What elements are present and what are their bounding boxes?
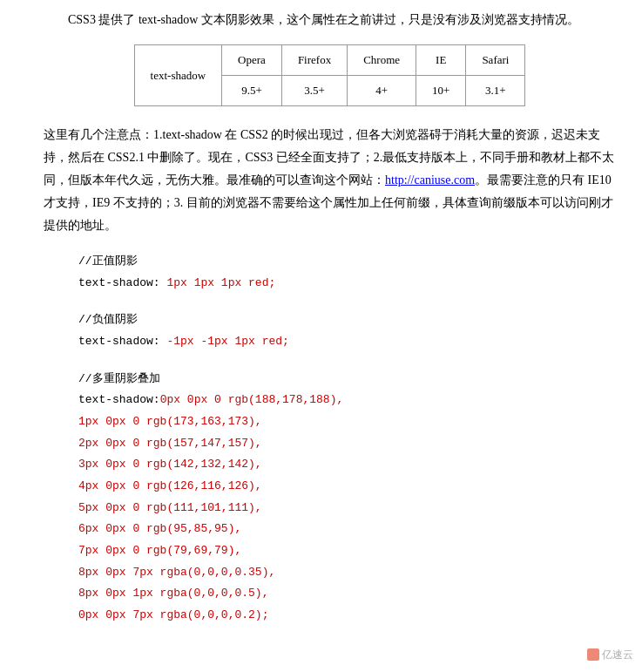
- code-section-positive: //正值阴影 text-shadow: 1px 1px 1px red;: [78, 251, 616, 294]
- watermark: 亿速云: [587, 646, 633, 663]
- code-value-positive: 1px 1px 1px red;: [166, 276, 275, 289]
- code-prop-positive: text-shadow:: [78, 276, 166, 289]
- body-paragraph: 这里有几个注意点：1.text-shadow 在 CSS2 的时候出现过，但各大…: [44, 124, 616, 236]
- code-section-negative: //负值阴影 text-shadow: -1px -1px 1px red;: [78, 309, 616, 352]
- code-multiple-line-7: 7px 0px 0 rgb(79,69,79),: [78, 540, 616, 562]
- browser-support-table: text-shadow Opera Firefox Chrome IE Safa…: [134, 44, 526, 106]
- code-multiple-line-5: 5px 0px 0 rgb(111,101,111),: [78, 498, 616, 519]
- brand-icon: [587, 648, 599, 661]
- firefox-header: Firefox: [281, 45, 347, 76]
- property-cell: text-shadow: [134, 45, 222, 106]
- chrome-header: Chrome: [348, 45, 416, 76]
- code-multiple-line-1: 1px 0px 0 rgb(173,163,173),: [78, 411, 616, 433]
- code-section-multiple: //多重阴影叠加 text-shadow:0px 0px 0 rgb(188,1…: [78, 369, 616, 627]
- ie-version: 10+: [416, 76, 466, 106]
- watermark-text: 亿速云: [602, 648, 633, 661]
- opera-version: 9.5+: [222, 76, 282, 106]
- code-multiple-line-2: 2px 0px 0 rgb(157,147,157),: [78, 433, 616, 455]
- firefox-version: 3.5+: [281, 76, 347, 106]
- code-comment-negative: //负值阴影: [78, 309, 616, 331]
- chrome-version: 4+: [348, 76, 416, 106]
- code-multiple-line-8: 8px 0px 7px rgba(0,0,0,0.35),: [78, 562, 616, 584]
- code-comment-multiple: //多重阴影叠加: [78, 369, 616, 390]
- opera-header: Opera: [222, 45, 282, 76]
- code-line-positive: text-shadow: 1px 1px 1px red;: [78, 273, 616, 295]
- caniuse-link[interactable]: http://caniuse.com: [385, 173, 475, 187]
- code-prop-negative: text-shadow:: [78, 335, 166, 348]
- safari-version: 3.1+: [466, 76, 525, 106]
- safari-header: Safari: [466, 45, 525, 76]
- code-multiple-line-6: 6px 0px 0 rgb(95,85,95),: [78, 519, 616, 540]
- code-multiple-lines: text-shadow:0px 0px 0 rgb(188,178,188), …: [78, 390, 616, 627]
- intro-paragraph: CSS3 提供了 text-shadow 文本阴影效果，这个属性在之前讲过，只是…: [44, 9, 616, 31]
- code-multiple-line-10: 0px 0px 7px rgba(0,0,0,0.2);: [78, 605, 616, 627]
- code-comment-positive: //正值阴影: [78, 251, 616, 273]
- code-multiple-line-9: 8px 0px 1px rgba(0,0,0,0.5),: [78, 583, 616, 605]
- code-multiple-line-4: 4px 0px 0 rgb(126,116,126),: [78, 476, 616, 498]
- code-line-negative: text-shadow: -1px -1px 1px red;: [78, 331, 616, 353]
- code-multiple-line-0: text-shadow:0px 0px 0 rgb(188,178,188),: [78, 390, 616, 411]
- ie-header: IE: [416, 45, 466, 76]
- code-multiple-line-3: 3px 0px 0 rgb(142,132,142),: [78, 454, 616, 476]
- code-value-negative: -1px -1px 1px red;: [166, 335, 288, 348]
